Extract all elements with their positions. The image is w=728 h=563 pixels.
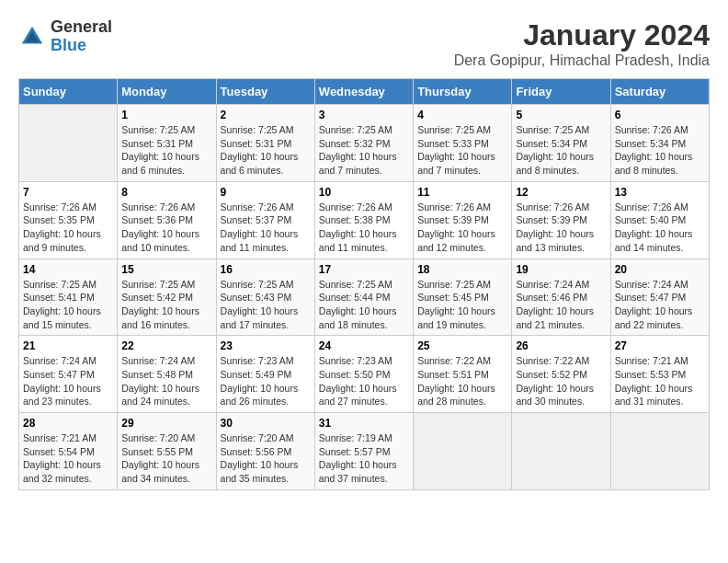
day-info: Sunrise: 7:26 AMSunset: 5:35 PMDaylight:… — [23, 201, 113, 255]
day-number: 19 — [516, 263, 606, 276]
day-info: Sunrise: 7:22 AMSunset: 5:51 PMDaylight:… — [417, 354, 507, 408]
day-number: 2 — [221, 109, 311, 121]
calendar-cell: 16 Sunrise: 7:25 AMSunset: 5:43 PMDaylig… — [216, 259, 314, 336]
calendar-cell: 27 Sunrise: 7:21 AMSunset: 5:53 PMDaylig… — [610, 336, 709, 413]
day-info: Sunrise: 7:26 AMSunset: 5:34 PMDaylight:… — [615, 123, 705, 178]
day-number: 7 — [23, 186, 113, 199]
day-number: 25 — [417, 339, 507, 352]
weekday-header-saturday: Saturday — [610, 79, 709, 105]
day-info: Sunrise: 7:20 AMSunset: 5:55 PMDaylight:… — [121, 431, 211, 486]
logo-icon — [18, 23, 46, 51]
calendar-cell: 13 Sunrise: 7:26 AMSunset: 5:40 PMDaylig… — [610, 181, 709, 259]
day-info: Sunrise: 7:21 AMSunset: 5:54 PMDaylight:… — [23, 431, 113, 486]
day-number: 18 — [417, 263, 507, 276]
calendar-cell: 19 Sunrise: 7:24 AMSunset: 5:46 PMDaylig… — [512, 259, 610, 336]
weekday-header-tuesday: Tuesday — [216, 79, 314, 105]
day-number: 6 — [615, 109, 705, 121]
calendar-cell: 7 Sunrise: 7:26 AMSunset: 5:35 PMDayligh… — [19, 181, 118, 259]
day-number: 13 — [615, 186, 705, 199]
calendar-cell: 12 Sunrise: 7:26 AMSunset: 5:39 PMDaylig… — [512, 181, 610, 259]
day-info: Sunrise: 7:25 AMSunset: 5:42 PMDaylight:… — [121, 278, 211, 332]
calendar-cell: 18 Sunrise: 7:25 AMSunset: 5:45 PMDaylig… — [414, 259, 512, 336]
day-info: Sunrise: 7:23 AMSunset: 5:50 PMDaylight:… — [319, 354, 409, 408]
calendar-cell: 28 Sunrise: 7:21 AMSunset: 5:54 PMDaylig… — [19, 413, 118, 490]
day-number: 17 — [319, 263, 409, 276]
logo-general-text: General — [51, 18, 112, 37]
day-info: Sunrise: 7:25 AMSunset: 5:32 PMDaylight:… — [319, 123, 409, 178]
day-info: Sunrise: 7:26 AMSunset: 5:39 PMDaylight:… — [516, 201, 606, 255]
calendar-cell — [19, 105, 118, 182]
day-info: Sunrise: 7:25 AMSunset: 5:31 PMDaylight:… — [221, 123, 311, 178]
logo-text: General Blue — [51, 18, 112, 55]
day-info: Sunrise: 7:24 AMSunset: 5:47 PMDaylight:… — [23, 354, 113, 408]
day-number: 14 — [23, 263, 113, 276]
weekday-header-sunday: Sunday — [19, 79, 118, 105]
day-info: Sunrise: 7:25 AMSunset: 5:44 PMDaylight:… — [319, 278, 409, 332]
calendar-cell — [512, 413, 610, 490]
day-number: 20 — [615, 263, 705, 276]
day-info: Sunrise: 7:25 AMSunset: 5:41 PMDaylight:… — [23, 278, 113, 332]
day-number: 4 — [417, 109, 507, 121]
weekday-header-monday: Monday — [118, 79, 216, 105]
day-info: Sunrise: 7:25 AMSunset: 5:31 PMDaylight:… — [121, 123, 211, 178]
subtitle: Dera Gopipur, Himachal Pradesh, India — [454, 52, 710, 69]
day-info: Sunrise: 7:24 AMSunset: 5:48 PMDaylight:… — [121, 354, 211, 408]
calendar-week-2: 7 Sunrise: 7:26 AMSunset: 5:35 PMDayligh… — [19, 181, 710, 259]
day-number: 1 — [121, 109, 211, 121]
calendar-cell: 26 Sunrise: 7:22 AMSunset: 5:52 PMDaylig… — [512, 336, 610, 413]
calendar-cell: 22 Sunrise: 7:24 AMSunset: 5:48 PMDaylig… — [118, 336, 216, 413]
day-number: 5 — [516, 109, 606, 121]
calendar-cell: 11 Sunrise: 7:26 AMSunset: 5:39 PMDaylig… — [414, 181, 512, 259]
calendar-cell: 5 Sunrise: 7:25 AMSunset: 5:34 PMDayligh… — [512, 105, 610, 182]
day-info: Sunrise: 7:23 AMSunset: 5:49 PMDaylight:… — [221, 354, 311, 408]
calendar-cell: 15 Sunrise: 7:25 AMSunset: 5:42 PMDaylig… — [118, 259, 216, 336]
day-info: Sunrise: 7:26 AMSunset: 5:36 PMDaylight:… — [121, 201, 211, 255]
calendar-cell: 1 Sunrise: 7:25 AMSunset: 5:31 PMDayligh… — [118, 105, 216, 182]
day-number: 28 — [23, 417, 113, 430]
day-info: Sunrise: 7:21 AMSunset: 5:53 PMDaylight:… — [615, 354, 705, 408]
calendar-cell: 24 Sunrise: 7:23 AMSunset: 5:50 PMDaylig… — [314, 336, 413, 413]
header: General Blue January 2024 Dera Gopipur, … — [18, 18, 710, 69]
day-number: 22 — [121, 339, 211, 352]
day-info: Sunrise: 7:19 AMSunset: 5:57 PMDaylight:… — [319, 431, 409, 486]
day-number: 12 — [516, 186, 606, 199]
day-number: 15 — [121, 263, 211, 276]
day-number: 3 — [319, 109, 409, 121]
day-info: Sunrise: 7:25 AMSunset: 5:43 PMDaylight:… — [221, 278, 311, 332]
weekday-header-friday: Friday — [512, 79, 610, 105]
day-info: Sunrise: 7:24 AMSunset: 5:47 PMDaylight:… — [615, 278, 705, 332]
calendar-cell: 6 Sunrise: 7:26 AMSunset: 5:34 PMDayligh… — [610, 105, 709, 182]
calendar-cell: 9 Sunrise: 7:26 AMSunset: 5:37 PMDayligh… — [216, 181, 314, 259]
day-number: 11 — [417, 186, 507, 199]
calendar-cell: 8 Sunrise: 7:26 AMSunset: 5:36 PMDayligh… — [118, 181, 216, 259]
calendar-week-4: 21 Sunrise: 7:24 AMSunset: 5:47 PMDaylig… — [19, 336, 710, 413]
day-number: 24 — [319, 339, 409, 352]
day-info: Sunrise: 7:26 AMSunset: 5:37 PMDaylight:… — [221, 201, 311, 255]
calendar-cell: 3 Sunrise: 7:25 AMSunset: 5:32 PMDayligh… — [314, 105, 413, 182]
day-number: 21 — [23, 339, 113, 352]
calendar-cell: 4 Sunrise: 7:25 AMSunset: 5:33 PMDayligh… — [414, 105, 512, 182]
day-number: 26 — [516, 339, 606, 352]
day-number: 16 — [221, 263, 311, 276]
calendar-cell — [414, 413, 512, 490]
day-info: Sunrise: 7:25 AMSunset: 5:45 PMDaylight:… — [417, 278, 507, 332]
day-info: Sunrise: 7:26 AMSunset: 5:40 PMDaylight:… — [615, 201, 705, 255]
weekday-header-thursday: Thursday — [414, 79, 512, 105]
day-number: 23 — [221, 339, 311, 352]
calendar-cell: 21 Sunrise: 7:24 AMSunset: 5:47 PMDaylig… — [19, 336, 118, 413]
calendar-cell: 14 Sunrise: 7:25 AMSunset: 5:41 PMDaylig… — [19, 259, 118, 336]
main-title: January 2024 — [454, 18, 710, 52]
calendar-cell: 10 Sunrise: 7:26 AMSunset: 5:38 PMDaylig… — [314, 181, 413, 259]
day-info: Sunrise: 7:26 AMSunset: 5:39 PMDaylight:… — [417, 201, 507, 255]
calendar-week-3: 14 Sunrise: 7:25 AMSunset: 5:41 PMDaylig… — [19, 259, 710, 336]
calendar-table: SundayMondayTuesdayWednesdayThursdayFrid… — [18, 78, 710, 490]
day-number: 9 — [221, 186, 311, 199]
day-number: 31 — [319, 417, 409, 430]
calendar-week-5: 28 Sunrise: 7:21 AMSunset: 5:54 PMDaylig… — [19, 413, 710, 490]
day-info: Sunrise: 7:24 AMSunset: 5:46 PMDaylight:… — [516, 278, 606, 332]
weekday-header-wednesday: Wednesday — [314, 79, 413, 105]
weekday-header-row: SundayMondayTuesdayWednesdayThursdayFrid… — [19, 79, 710, 105]
calendar-cell — [610, 413, 709, 490]
logo-blue-text: Blue — [51, 37, 112, 55]
calendar-week-1: 1 Sunrise: 7:25 AMSunset: 5:31 PMDayligh… — [19, 105, 710, 182]
